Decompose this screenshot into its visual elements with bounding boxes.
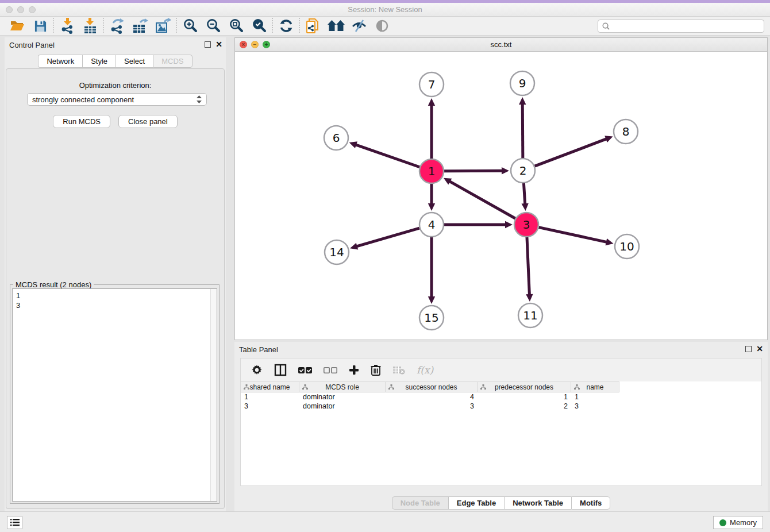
- arrowhead-4-14: [350, 243, 358, 250]
- search-field[interactable]: [598, 20, 764, 33]
- float-table-panel-icon[interactable]: [745, 346, 752, 352]
- edge-1-2[interactable]: [444, 171, 503, 171]
- export-image-icon[interactable]: [152, 17, 175, 34]
- edge-2-3[interactable]: [523, 183, 525, 205]
- arrowhead-3-10: [606, 238, 614, 245]
- search-input[interactable]: [610, 22, 760, 30]
- cell-MCDS-role[interactable]: dominator: [299, 402, 386, 411]
- import-table-icon[interactable]: [79, 17, 102, 34]
- arrowhead-2-3: [521, 203, 528, 211]
- column-header-name[interactable]: name: [571, 381, 619, 392]
- titlebar: Session: New Session: [0, 3, 770, 17]
- search-icon: [602, 22, 610, 30]
- float-panel-icon[interactable]: [205, 41, 211, 48]
- cell-shared-name[interactable]: 1: [241, 392, 299, 402]
- arrowhead-4-15: [428, 296, 435, 304]
- tab-node-table[interactable]: Node Table: [392, 496, 448, 510]
- column-header-predecessor-nodes[interactable]: predecessor nodes: [478, 381, 571, 392]
- zoom-selected-icon[interactable]: [248, 17, 271, 34]
- control-panel-title: Control Panel: [9, 41, 55, 49]
- edge-3-1[interactable]: [449, 181, 515, 218]
- task-history-button[interactable]: [7, 516, 22, 529]
- network-canvas[interactable]: 7968124314101511: [235, 52, 767, 340]
- cell-successor-nodes[interactable]: 4: [386, 392, 478, 402]
- edge-3-10[interactable]: [538, 228, 607, 242]
- tab-motifs[interactable]: Motifs: [571, 496, 610, 510]
- result-scrollbar[interactable]: [210, 289, 217, 501]
- cell-successor-nodes[interactable]: 3: [386, 402, 478, 411]
- settings-gear-icon[interactable]: [251, 362, 263, 378]
- memory-button[interactable]: Memory: [713, 516, 763, 529]
- export-table-icon[interactable]: [129, 17, 152, 34]
- mcds-result-title: MCDS result (2 nodes): [13, 280, 94, 289]
- node-label-2: 2: [519, 164, 527, 178]
- cell-name[interactable]: 1: [571, 392, 619, 402]
- column-header-successor-nodes[interactable]: successor nodes: [386, 381, 478, 392]
- tab-network-table[interactable]: Network Table: [504, 496, 571, 510]
- tab-edge-table[interactable]: Edge Table: [448, 496, 504, 510]
- hide-graphics-details-icon[interactable]: [348, 17, 371, 34]
- deselect-all-rows-icon[interactable]: [324, 362, 337, 378]
- close-panel-button[interactable]: Close panel: [118, 115, 178, 128]
- table-row[interactable]: 1dominator411: [241, 392, 761, 402]
- delete-columns-icon[interactable]: [371, 362, 381, 378]
- zoom-fit-icon[interactable]: [225, 17, 248, 34]
- zoom-out-icon[interactable]: [202, 17, 225, 34]
- clone-network-icon[interactable]: [302, 17, 325, 34]
- column-header-shared-name[interactable]: shared name: [241, 381, 299, 392]
- open-folder-icon[interactable]: [6, 17, 29, 34]
- add-column-icon[interactable]: [349, 362, 359, 378]
- network-view-window: × − + scc.txt 7968124314101511: [234, 37, 768, 340]
- apply-layout-icon[interactable]: [275, 17, 298, 34]
- cell-shared-name[interactable]: 3: [241, 402, 299, 411]
- tab-style[interactable]: Style: [82, 55, 116, 68]
- edge-2-8[interactable]: [535, 138, 607, 166]
- apply-function-icon: f(x): [417, 362, 433, 378]
- column-selector-icon[interactable]: [274, 362, 287, 378]
- node-label-10: 10: [619, 240, 634, 253]
- zoom-in-icon[interactable]: [179, 17, 202, 34]
- arrowhead-4-3: [505, 221, 513, 228]
- column-header-MCDS-role[interactable]: MCDS role: [299, 381, 386, 392]
- memory-label: Memory: [730, 518, 757, 527]
- cell-MCDS-role[interactable]: dominator: [299, 392, 386, 402]
- table-row[interactable]: 3dominator323: [241, 402, 761, 411]
- toolbar-separator: [299, 18, 300, 34]
- edge-3-11[interactable]: [527, 237, 529, 295]
- table-body: 1dominator4113dominator323: [241, 392, 761, 411]
- show-all-networks-icon[interactable]: [325, 17, 348, 34]
- cell-predecessor-nodes[interactable]: 2: [478, 402, 571, 411]
- edge-4-14[interactable]: [356, 228, 419, 246]
- close-table-panel-icon[interactable]: ✕: [756, 345, 763, 353]
- tab-mcds[interactable]: MCDS: [153, 55, 192, 68]
- mcds-result-textarea[interactable]: 13: [12, 288, 217, 502]
- arrowhead-1-7: [428, 98, 435, 106]
- optimization-criterion-label: Optimization criterion:: [6, 81, 224, 90]
- close-panel-icon[interactable]: ✕: [215, 41, 222, 48]
- memory-status-icon: [719, 519, 726, 526]
- save-session-icon[interactable]: [29, 17, 52, 34]
- arrowhead-3-11: [526, 294, 533, 302]
- export-network-icon[interactable]: [106, 17, 129, 34]
- import-network-icon[interactable]: [56, 17, 79, 34]
- table-header-row: shared nameMCDS rolesuccessor nodesprede…: [241, 381, 761, 392]
- control-panel: Control Panel ✕ Network Style Select MCD…: [5, 37, 226, 511]
- tab-select[interactable]: Select: [116, 55, 153, 68]
- node-label-8: 8: [622, 125, 630, 138]
- select-all-rows-icon[interactable]: [298, 362, 312, 378]
- optimization-criterion-select[interactable]: strongly connected component: [27, 93, 207, 106]
- edge-2-9[interactable]: [522, 103, 523, 158]
- tab-network[interactable]: Network: [38, 55, 82, 68]
- run-mcds-button[interactable]: Run MCDS: [53, 115, 110, 128]
- cell-name[interactable]: 3: [571, 402, 619, 411]
- cell-predecessor-nodes[interactable]: 1: [478, 392, 571, 402]
- table-panel-header: Table Panel ✕: [234, 342, 768, 357]
- network-graph[interactable]: 7968124314101511: [235, 52, 767, 340]
- edge-1-6[interactable]: [355, 145, 419, 167]
- node-label-15: 15: [424, 311, 438, 325]
- node-label-3: 3: [523, 218, 530, 232]
- column-type-icon: [388, 384, 394, 390]
- arrowhead-1-2: [502, 167, 509, 174]
- network-window-titlebar: × − + scc.txt: [235, 38, 767, 52]
- show-graphics-details-icon[interactable]: [371, 17, 394, 34]
